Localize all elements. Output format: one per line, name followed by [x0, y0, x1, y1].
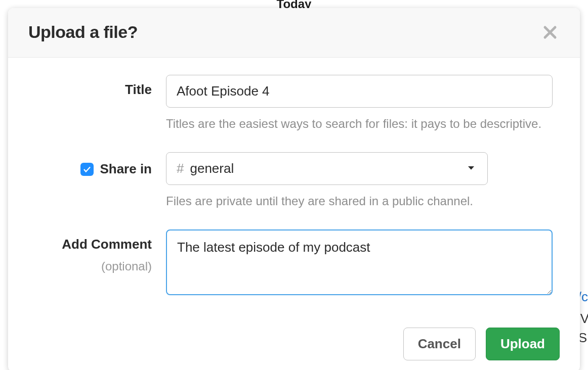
comment-input-col: The latest episode of my podcast — [166, 229, 560, 297]
channel-select[interactable]: # general — [166, 152, 488, 185]
channel-hash-icon: # — [177, 161, 184, 176]
share-label-col: Share in — [28, 152, 166, 177]
share-checkbox[interactable] — [80, 163, 94, 176]
share-helper: Files are private until they are shared … — [166, 194, 560, 208]
comment-optional-label: (optional) — [28, 259, 152, 273]
share-label: Share in — [100, 161, 152, 177]
check-icon — [82, 165, 92, 174]
share-row: Share in # general Files are private unt… — [28, 152, 560, 208]
channel-name: general — [190, 161, 234, 176]
modal-footer: Cancel Upload — [8, 313, 580, 370]
close-icon — [542, 25, 558, 40]
title-input-col: Titles are the easiest ways to search fo… — [166, 75, 560, 131]
upload-button[interactable]: Upload — [486, 328, 560, 360]
channel-select-wrap: # general — [166, 152, 488, 185]
comment-label: Add Comment — [62, 237, 152, 252]
comment-row: Add Comment (optional) The latest episod… — [28, 229, 560, 297]
share-input-col: # general Files are private until they a… — [166, 152, 560, 208]
comment-label-col: Add Comment (optional) — [28, 229, 166, 273]
modal-header: Upload a file? — [8, 8, 580, 58]
cancel-button[interactable]: Cancel — [403, 328, 476, 360]
modal-title: Upload a file? — [28, 22, 138, 42]
title-label-col: Title — [28, 75, 166, 98]
modal-body: Title Titles are the easiest ways to sea… — [8, 58, 580, 313]
upload-file-modal: Upload a file? Title Titles are the easi… — [8, 8, 580, 370]
close-button[interactable] — [540, 23, 560, 42]
title-helper: Titles are the easiest ways to search fo… — [166, 117, 560, 131]
title-row: Title Titles are the easiest ways to sea… — [28, 75, 560, 131]
comment-textarea[interactable]: The latest episode of my podcast — [166, 229, 553, 295]
title-label: Title — [125, 82, 152, 97]
title-input[interactable] — [166, 75, 553, 108]
